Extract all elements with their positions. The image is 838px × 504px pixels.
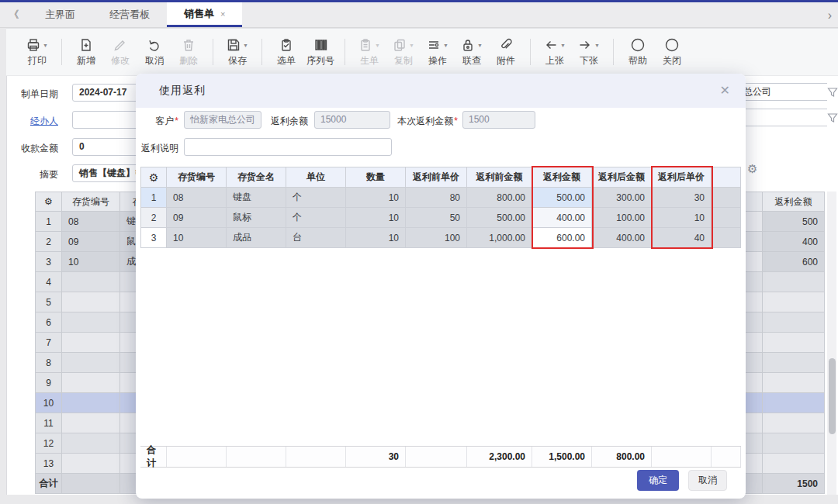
tab-label: 销售单 bbox=[184, 7, 214, 21]
table-cell[interactable] bbox=[62, 373, 120, 393]
table-cell[interactable]: 1 bbox=[35, 212, 62, 232]
scrollbar-thumb[interactable] bbox=[829, 358, 836, 434]
table-cell[interactable] bbox=[763, 433, 825, 454]
rebate-grid-cell: 40 bbox=[652, 228, 712, 248]
table-cell[interactable]: 5 bbox=[35, 292, 62, 312]
table-cell[interactable]: 10 bbox=[62, 252, 120, 272]
table-cell[interactable] bbox=[62, 272, 120, 292]
dropdown-caret-icon[interactable]: ▼ bbox=[409, 43, 414, 48]
toolbar-serial-button[interactable]: 序列号 bbox=[303, 35, 338, 69]
table-cell[interactable] bbox=[62, 413, 120, 433]
rebate-grid-cell: 400.00 bbox=[592, 228, 652, 248]
toolbar-undo-button[interactable]: 取消 bbox=[137, 35, 171, 69]
table-cell[interactable]: 8 bbox=[35, 353, 62, 373]
total-label: 合计 bbox=[35, 474, 62, 494]
table-cell[interactable]: 12 bbox=[35, 433, 62, 454]
rebate-grid-cell[interactable]: 400.00 bbox=[532, 208, 592, 228]
toolbar-attach-button[interactable]: 附件 bbox=[489, 35, 523, 69]
tab-close-icon[interactable]: × bbox=[220, 9, 225, 19]
table-cell[interactable]: 2 bbox=[35, 232, 62, 252]
toolbar-print-button[interactable]: ▼打印 bbox=[20, 35, 54, 69]
filter-funnel-icon[interactable] bbox=[827, 87, 838, 98]
rebate-note-input[interactable] bbox=[184, 138, 392, 156]
tab-销售单[interactable]: 销售单× bbox=[167, 2, 242, 27]
dropdown-caret-icon[interactable]: ▼ bbox=[375, 43, 380, 48]
table-cell[interactable] bbox=[62, 292, 120, 312]
rebate-grid-row[interactable]: 209鼠标个1050500.00400.00100.0010 bbox=[140, 208, 741, 228]
toolbar-button-label: 新增 bbox=[77, 54, 95, 67]
table-cell[interactable] bbox=[763, 292, 825, 312]
table-cell[interactable]: 400 bbox=[763, 232, 825, 252]
table-cell[interactable]: 4 bbox=[35, 272, 62, 292]
rebate-grid-row[interactable]: 108键盘个1080800.00500.00300.0030 bbox=[140, 188, 741, 208]
grid-settings-gear-icon[interactable]: ⚙ bbox=[747, 162, 757, 176]
handler-link-label[interactable]: 经办人 bbox=[4, 115, 58, 128]
rebate-grid-cell[interactable]: 600.00 bbox=[532, 228, 592, 248]
table-cell[interactable]: 13 bbox=[35, 454, 62, 474]
dropdown-caret-icon[interactable]: ▼ bbox=[477, 43, 483, 48]
table-cell[interactable]: 08 bbox=[62, 212, 120, 232]
dropdown-caret-icon[interactable]: ▼ bbox=[594, 43, 600, 48]
grid-gear-icon[interactable]: ⚙ bbox=[140, 167, 167, 188]
rebate-grid-row[interactable]: 310成品台101001,000.00600.00400.0040 bbox=[140, 228, 741, 248]
table-cell[interactable] bbox=[763, 333, 825, 353]
table-cell[interactable]: 09 bbox=[62, 232, 120, 252]
row-number-cell[interactable]: 3 bbox=[140, 228, 167, 248]
row-number-cell[interactable]: 2 bbox=[140, 208, 167, 228]
toolbar-button-label: 复制 bbox=[394, 54, 413, 67]
table-cell[interactable] bbox=[763, 413, 825, 433]
tab-经营看板[interactable]: 经营看板 bbox=[92, 2, 167, 27]
tab-scroll-right-icon[interactable]: › bbox=[828, 2, 832, 28]
table-cell[interactable]: 11 bbox=[35, 413, 62, 433]
dropdown-caret-icon[interactable]: ▼ bbox=[243, 43, 248, 48]
rebate-grid: ⚙存货编号存货全名单位数量返利前单价返利前金额返利金额返利后金额返利后单价 10… bbox=[140, 167, 741, 248]
tab-主界面[interactable]: 主界面 bbox=[28, 2, 92, 27]
dialog-close-icon[interactable]: ✕ bbox=[720, 83, 730, 98]
toolbar-link-button[interactable]: ▼联查 bbox=[455, 35, 489, 69]
table-cell[interactable] bbox=[62, 454, 120, 474]
table-cell[interactable] bbox=[763, 272, 825, 292]
table-cell[interactable]: 9 bbox=[35, 373, 62, 393]
link-icon bbox=[461, 38, 475, 52]
rebate-grid-cell: 成品 bbox=[227, 228, 286, 248]
table-cell[interactable] bbox=[763, 393, 825, 413]
toolbar-select-button[interactable]: 选单 bbox=[269, 35, 303, 69]
table-cell[interactable]: 600 bbox=[763, 252, 825, 272]
table-cell[interactable] bbox=[763, 312, 825, 333]
toolbar-save-button[interactable]: ▼保存 bbox=[220, 35, 255, 69]
table-cell[interactable]: 3 bbox=[35, 252, 62, 272]
rebate-grid-cell[interactable]: 500.00 bbox=[532, 188, 592, 208]
dropdown-caret-icon[interactable]: ▼ bbox=[443, 43, 448, 48]
toolbar-prev-button[interactable]: ▼上张 bbox=[538, 35, 572, 69]
rebate-grid-cell: 08 bbox=[167, 188, 227, 208]
table-cell[interactable]: 7 bbox=[35, 333, 62, 353]
table-cell[interactable] bbox=[763, 353, 825, 373]
edit-icon bbox=[113, 38, 127, 52]
dropdown-caret-icon[interactable]: ▼ bbox=[560, 43, 566, 48]
filter-funnel-icon-2[interactable] bbox=[827, 112, 838, 123]
dropdown-caret-icon[interactable]: ▼ bbox=[43, 43, 48, 48]
table-cell[interactable] bbox=[763, 373, 825, 393]
grid-gear-icon[interactable]: ⚙ bbox=[35, 192, 62, 212]
row-number-cell[interactable]: 1 bbox=[140, 188, 167, 208]
table-cell[interactable]: 6 bbox=[35, 312, 62, 333]
rebate-col-header: 数量 bbox=[346, 167, 406, 188]
toolbar-add-button[interactable]: 新增 bbox=[69, 35, 103, 69]
table-cell[interactable] bbox=[62, 433, 120, 454]
ok-button[interactable]: 确定 bbox=[637, 470, 679, 491]
rebate-col-header: 返利金额 bbox=[532, 167, 592, 188]
table-cell[interactable] bbox=[62, 333, 120, 353]
sidebar-collapse-icon[interactable]: 《 bbox=[0, 2, 28, 27]
table-cell[interactable] bbox=[763, 454, 825, 474]
toolbar-operate-button[interactable]: ▼操作 bbox=[421, 35, 455, 69]
toolbar-close-button[interactable]: 关闭 bbox=[655, 35, 689, 69]
table-cell[interactable]: 10 bbox=[35, 393, 62, 413]
table-cell[interactable] bbox=[62, 312, 120, 333]
scrollbar-track[interactable] bbox=[827, 192, 836, 495]
toolbar-next-button[interactable]: ▼下张 bbox=[572, 35, 606, 69]
table-cell[interactable]: 500 bbox=[763, 212, 825, 232]
table-cell[interactable] bbox=[62, 353, 120, 373]
cancel-button[interactable]: 取消 bbox=[688, 470, 727, 491]
toolbar-help-button[interactable]: 帮助 bbox=[621, 35, 655, 69]
table-cell[interactable] bbox=[62, 393, 120, 413]
